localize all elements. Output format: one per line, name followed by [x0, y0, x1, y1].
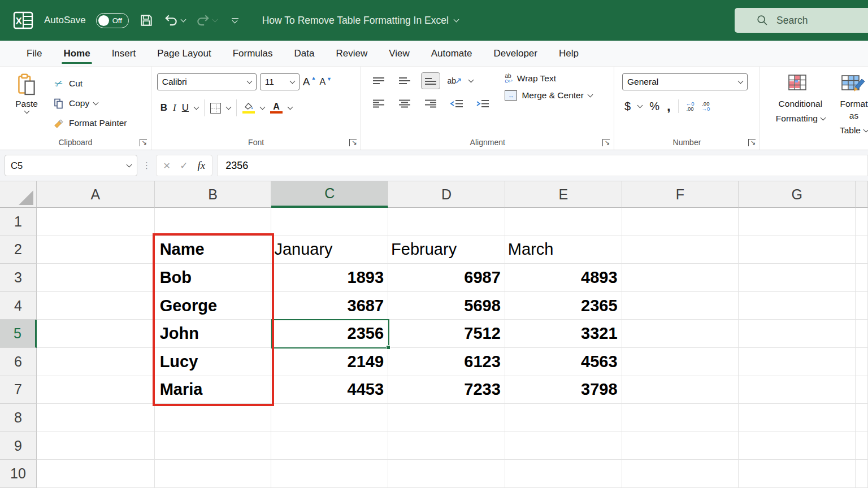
- cell-H5[interactable]: [856, 320, 868, 348]
- tab-view[interactable]: View: [378, 41, 420, 66]
- row-header-4[interactable]: 4: [0, 292, 37, 320]
- cell-A4[interactable]: [37, 292, 155, 320]
- cell-C5[interactable]: 2356: [271, 320, 388, 348]
- cell-H1[interactable]: [856, 208, 868, 236]
- cancel-button[interactable]: ×: [163, 159, 170, 172]
- cell-H2[interactable]: [856, 236, 868, 264]
- format-as-table-button[interactable]: Format as Table: [840, 75, 868, 150]
- cell-F5[interactable]: [622, 320, 739, 348]
- cell-D6[interactable]: 6123: [388, 348, 505, 376]
- align-top-button[interactable]: [369, 72, 388, 89]
- underline-button[interactable]: U: [182, 102, 189, 114]
- cell-D9[interactable]: [388, 432, 505, 460]
- tab-developer[interactable]: Developer: [483, 41, 548, 66]
- tab-review[interactable]: Review: [325, 41, 378, 66]
- cell-E8[interactable]: [505, 404, 622, 432]
- row-header-1[interactable]: 1: [0, 208, 37, 236]
- align-bottom-button[interactable]: [421, 72, 440, 89]
- underline-chevron-icon[interactable]: [194, 104, 199, 110]
- cell-G9[interactable]: [739, 432, 856, 460]
- row-header-5[interactable]: 5: [0, 320, 37, 348]
- tab-file[interactable]: File: [16, 41, 53, 66]
- font-size-select[interactable]: 11: [260, 73, 300, 90]
- cell-E4[interactable]: 2365: [505, 292, 622, 320]
- search-box[interactable]: Search: [735, 8, 868, 33]
- format-painter-button[interactable]: Format Painter: [53, 115, 127, 131]
- cell-C3[interactable]: 1893: [271, 264, 388, 292]
- tab-automate[interactable]: Automate: [420, 41, 483, 66]
- formula-bar-dots-icon[interactable]: ⋮: [142, 160, 151, 171]
- alignment-dialog-launcher[interactable]: ↘: [602, 139, 610, 146]
- cell-H6[interactable]: [856, 348, 868, 376]
- save-button[interactable]: [139, 13, 154, 28]
- cell-B4[interactable]: George: [155, 292, 272, 320]
- fill-color-chevron-icon[interactable]: [260, 104, 266, 110]
- cell-D5[interactable]: 7512: [388, 320, 505, 348]
- increase-font-button[interactable]: A▲: [303, 76, 316, 88]
- cell-D2[interactable]: February: [388, 236, 505, 264]
- cell-B5[interactable]: John: [155, 320, 272, 348]
- cell-A8[interactable]: [37, 404, 155, 432]
- column-header-A[interactable]: A: [37, 181, 155, 208]
- excel-logo-icon[interactable]: X: [12, 10, 34, 31]
- cell-A7[interactable]: [37, 376, 155, 404]
- tab-insert[interactable]: Insert: [101, 41, 147, 66]
- cell-G4[interactable]: [739, 292, 856, 320]
- column-header-G[interactable]: G: [739, 181, 856, 208]
- cell-D10[interactable]: [388, 460, 505, 488]
- cell-A10[interactable]: [37, 460, 155, 488]
- font-color-chevron-icon[interactable]: [288, 104, 293, 110]
- cell-F7[interactable]: [622, 376, 739, 404]
- cell-B1[interactable]: [155, 208, 272, 236]
- cell-F6[interactable]: [622, 348, 739, 376]
- cell-E1[interactable]: [505, 208, 622, 236]
- tab-home[interactable]: Home: [53, 41, 101, 66]
- row-header-2[interactable]: 2: [0, 236, 37, 264]
- cell-H7[interactable]: [856, 376, 868, 404]
- merge-center-button[interactable]: ↔ Merge & Center: [505, 90, 592, 101]
- cell-C7[interactable]: 4453: [271, 376, 388, 404]
- column-header-E[interactable]: E: [505, 181, 622, 208]
- borders-chevron-icon[interactable]: [226, 104, 232, 110]
- number-dialog-launcher[interactable]: ↘: [748, 139, 756, 146]
- orientation-chevron-icon[interactable]: [468, 77, 474, 83]
- cell-A3[interactable]: [37, 264, 155, 292]
- cell-F9[interactable]: [622, 432, 739, 460]
- tab-data[interactable]: Data: [284, 41, 326, 66]
- cell-B7[interactable]: Maria: [155, 376, 272, 404]
- cut-button[interactable]: ✂ Cut: [53, 76, 127, 91]
- decrease-decimal-button[interactable]: .00 →0: [701, 101, 710, 111]
- bold-button[interactable]: B: [160, 102, 167, 114]
- copy-chevron-icon[interactable]: [93, 100, 99, 106]
- merge-center-chevron-icon[interactable]: [587, 92, 593, 98]
- borders-button[interactable]: [210, 103, 221, 114]
- orientation-button[interactable]: ab↗: [447, 76, 462, 86]
- cell-E10[interactable]: [505, 460, 622, 488]
- name-box[interactable]: C5: [5, 155, 137, 176]
- cell-G1[interactable]: [739, 208, 856, 236]
- row-header-3[interactable]: 3: [0, 264, 37, 292]
- clipboard-dialog-launcher[interactable]: ↘: [140, 139, 147, 146]
- row-header-9[interactable]: 9: [0, 432, 37, 460]
- italic-button[interactable]: I: [173, 102, 176, 114]
- cell-G10[interactable]: [739, 460, 856, 488]
- decrease-font-button[interactable]: A▼: [319, 77, 332, 87]
- cell-B8[interactable]: [155, 404, 272, 432]
- document-title[interactable]: How To Remove Table Formatting In Excel: [262, 15, 458, 27]
- cell-F8[interactable]: [622, 404, 739, 432]
- wrap-text-button[interactable]: ab c↩ Wrap Text: [505, 73, 592, 84]
- conditional-formatting-button[interactable]: Conditional Formatting: [776, 75, 825, 150]
- cell-H4[interactable]: [856, 292, 868, 320]
- cell-B10[interactable]: [155, 460, 272, 488]
- insert-function-button[interactable]: fx: [198, 159, 206, 172]
- cell-E7[interactable]: 3798: [505, 376, 622, 404]
- undo-button[interactable]: [164, 13, 185, 28]
- cell-E5[interactable]: 3321: [505, 320, 622, 348]
- currency-button[interactable]: $: [624, 100, 631, 113]
- font-dialog-launcher[interactable]: ↘: [349, 139, 357, 146]
- cell-E9[interactable]: [505, 432, 622, 460]
- cell-G3[interactable]: [739, 264, 856, 292]
- cell-G6[interactable]: [739, 348, 856, 376]
- font-name-select[interactable]: Calibri: [157, 73, 257, 90]
- column-header-F[interactable]: F: [622, 181, 739, 208]
